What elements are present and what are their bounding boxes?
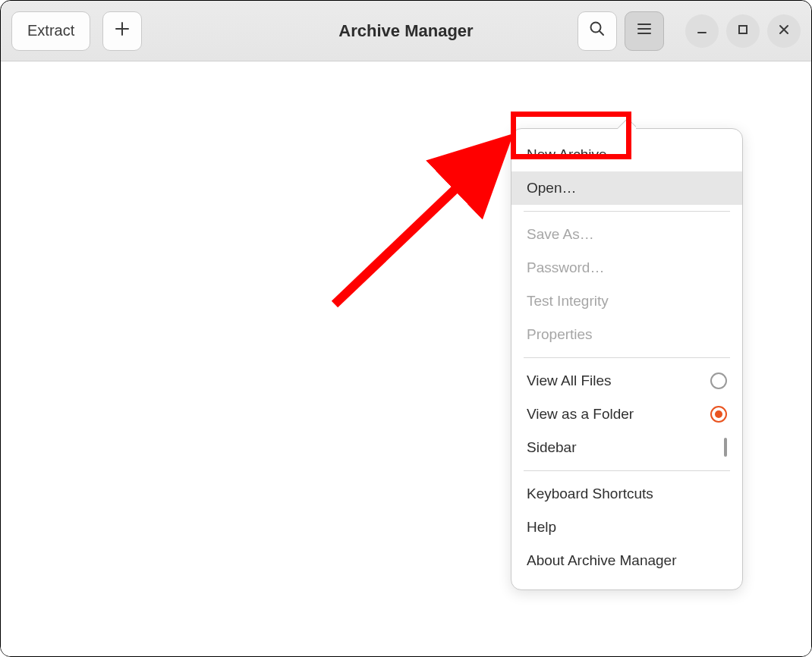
close-button[interactable]: [767, 14, 801, 48]
menu-item-label: About Archive Manager: [527, 552, 677, 569]
menu-item-label: Save As…: [527, 226, 594, 243]
extract-button[interactable]: Extract: [11, 11, 90, 51]
menu-item-label: Help: [527, 519, 556, 536]
content-area: New Archive… Open… Save As… Password… Te…: [1, 61, 811, 656]
menu-button[interactable]: [625, 11, 664, 51]
menu-section-file: New Archive… Open…: [511, 135, 742, 208]
menu-view-as-folder[interactable]: View as a Folder: [511, 398, 742, 431]
header-left-group: Extract: [11, 11, 142, 51]
menu-divider: [524, 470, 730, 471]
search-icon: [589, 20, 606, 41]
menu-item-label: Keyboard Shortcuts: [527, 486, 653, 502]
radio-icon: [710, 373, 727, 389]
menu-item-label: Test Integrity: [527, 293, 609, 310]
menu-save-as: Save As…: [511, 218, 742, 251]
search-button[interactable]: [578, 11, 617, 51]
radio-control: [710, 373, 727, 389]
menu-item-label: View as a Folder: [527, 406, 634, 423]
hamburger-icon: [637, 21, 652, 40]
window-title: Archive Manager: [338, 21, 473, 41]
minimize-icon: [696, 24, 708, 39]
checkbox-icon: [724, 438, 727, 457]
extract-button-label: Extract: [27, 22, 74, 39]
radio-control: [710, 406, 727, 423]
menu-view-all-files[interactable]: View All Files: [511, 364, 742, 398]
checkbox-control: [724, 439, 727, 456]
menu-section-archive: Save As… Password… Test Integrity Proper…: [511, 215, 742, 354]
menu-item-label: Properties: [527, 326, 593, 343]
plus-icon: [115, 21, 130, 40]
menu-item-label: Open…: [527, 180, 576, 196]
svg-rect-1: [739, 26, 747, 33]
menu-divider: [524, 357, 730, 358]
menu-password: Password…: [511, 251, 742, 284]
radio-icon-selected: [710, 406, 727, 423]
annotation-arrow: [319, 130, 524, 319]
minimize-button[interactable]: [685, 14, 719, 48]
menu-section-view: View All Files View as a Folder Sidebar: [511, 361, 742, 467]
menu-help[interactable]: Help: [511, 511, 742, 544]
menu-item-label: New Archive…: [527, 146, 622, 163]
maximize-button[interactable]: [726, 14, 760, 48]
menu-item-label: Password…: [527, 259, 604, 276]
popover-caret: [618, 120, 636, 129]
menu-divider: [524, 211, 730, 212]
maximize-icon: [738, 24, 748, 38]
svg-line-2: [335, 145, 502, 304]
menu-new-archive[interactable]: New Archive…: [511, 138, 742, 171]
menu-properties: Properties: [511, 318, 742, 351]
menu-test-integrity: Test Integrity: [511, 284, 742, 318]
menu-section-help: Keyboard Shortcuts Help About Archive Ma…: [511, 474, 742, 580]
menu-sidebar[interactable]: Sidebar: [511, 431, 742, 464]
main-menu-popover: New Archive… Open… Save As… Password… Te…: [511, 128, 743, 590]
menu-item-label: Sidebar: [527, 439, 577, 456]
close-icon: [778, 24, 790, 39]
add-files-button[interactable]: [102, 11, 142, 51]
header-bar: Extract Archive Manager: [1, 1, 811, 61]
header-right-group: [578, 11, 801, 51]
menu-keyboard-shortcuts[interactable]: Keyboard Shortcuts: [511, 477, 742, 511]
menu-open[interactable]: Open…: [511, 171, 742, 205]
menu-item-label: View All Files: [527, 373, 612, 389]
menu-about[interactable]: About Archive Manager: [511, 544, 742, 577]
